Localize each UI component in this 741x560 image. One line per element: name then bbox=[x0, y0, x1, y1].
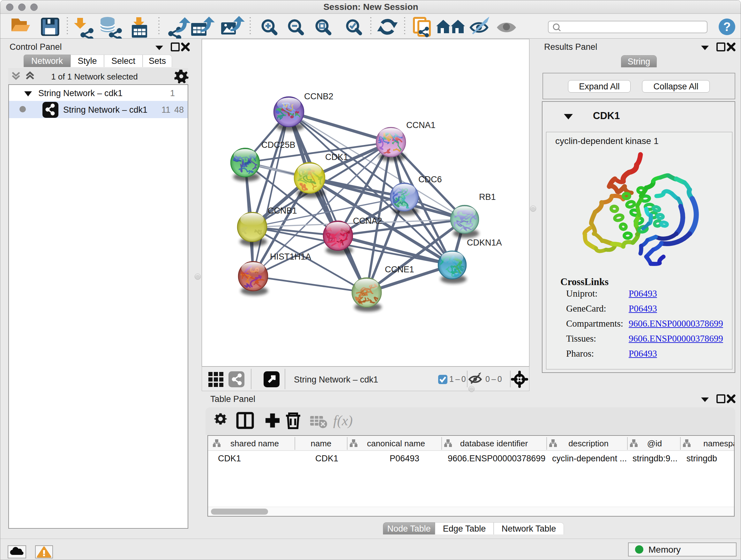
svg-text:CDC25B: CDC25B bbox=[261, 140, 295, 150]
svg-text:CCNA1: CCNA1 bbox=[406, 120, 435, 130]
svg-text:name: name bbox=[311, 439, 331, 448]
svg-text:1 – 0: 1 – 0 bbox=[449, 374, 466, 383]
svg-text:CDK1: CDK1 bbox=[315, 454, 338, 463]
svg-text:String Network – cdk1: String Network – cdk1 bbox=[294, 375, 378, 384]
svg-text:CDKN1A: CDKN1A bbox=[467, 238, 502, 247]
svg-text:namespace: namespace bbox=[703, 439, 734, 448]
svg-text:CDC6: CDC6 bbox=[418, 175, 442, 184]
svg-text:database identifier: database identifier bbox=[460, 439, 528, 448]
svg-text:canonical name: canonical name bbox=[367, 439, 425, 448]
svg-text:f(x): f(x) bbox=[333, 413, 353, 428]
svg-text:@id: @id bbox=[647, 439, 662, 448]
svg-text:9606.ENSP00000378699: 9606.ENSP00000378699 bbox=[448, 454, 545, 463]
svg-text:HIST1H1A: HIST1H1A bbox=[270, 252, 311, 261]
svg-text:P06493: P06493 bbox=[390, 454, 419, 463]
svg-text:stringdb: stringdb bbox=[686, 454, 717, 463]
svg-text:0 – 0: 0 – 0 bbox=[485, 374, 502, 383]
svg-text:CDK1: CDK1 bbox=[325, 152, 348, 162]
svg-text:CCNB1: CCNB1 bbox=[268, 206, 297, 215]
svg-text:CCNE1: CCNE1 bbox=[385, 265, 414, 274]
svg-text:CCNA2: CCNA2 bbox=[353, 216, 382, 226]
svg-text:stringdb:9...: stringdb:9... bbox=[632, 454, 677, 463]
svg-text:cyclin-dependent ...: cyclin-dependent ... bbox=[552, 454, 627, 463]
svg-text:CDK1: CDK1 bbox=[218, 454, 241, 463]
svg-text:?: ? bbox=[723, 20, 731, 34]
svg-text:shared name: shared name bbox=[230, 439, 279, 448]
svg-text:RB1: RB1 bbox=[479, 192, 496, 202]
svg-text:description: description bbox=[568, 439, 609, 448]
svg-text:CCNB2: CCNB2 bbox=[304, 91, 333, 101]
